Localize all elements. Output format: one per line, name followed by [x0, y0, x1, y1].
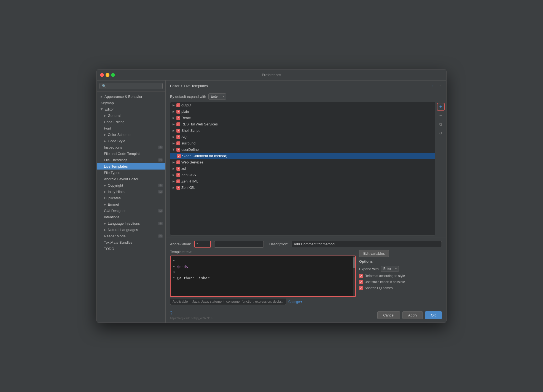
template-group-xsl[interactable]: ▶ ✓ xsl [170, 165, 435, 172]
template-group-label: RESTful Web Services [181, 122, 218, 126]
checkbox-icon[interactable]: ✓ [176, 135, 180, 139]
sidebar-item-code-editing[interactable]: Code Editing [97, 119, 165, 125]
sidebar-search-input[interactable] [100, 83, 163, 89]
title-bar: Preferences [97, 69, 446, 80]
sidebar-item-label: General [108, 114, 120, 118]
template-group-userdefine[interactable]: ▶ ✓ userDefine [170, 146, 435, 153]
sidebar-item-label: File and Code Templat [104, 152, 140, 156]
reformat-checkbox[interactable]: ✓ [359, 274, 363, 278]
template-group-react[interactable]: ▶ ✓ React [170, 115, 435, 121]
cancel-button[interactable]: Cancel [377, 311, 400, 319]
expand-with-select[interactable]: Enter Tab Space [208, 93, 226, 100]
abbreviation-label: Abbreviation: [170, 242, 191, 246]
shorten-fq-checkbox[interactable]: ✓ [359, 286, 363, 290]
template-item-label: * (add Comment for method) [182, 154, 227, 158]
sidebar-item-editor[interactable]: ▶ Editor [97, 106, 165, 112]
checkbox-icon[interactable]: ✓ [176, 173, 180, 177]
sidebar-item-color-scheme[interactable]: ▶ Color Scheme [97, 131, 165, 138]
sidebar-item-appearance[interactable]: ▶ Appearance & Behavior [97, 93, 165, 100]
sidebar-item-live-templates[interactable]: Live Templates [97, 163, 165, 170]
edit-variables-button[interactable]: Edit variables [359, 250, 389, 257]
copy-template-button[interactable]: ⧉ [437, 120, 445, 128]
template-group-zen-html[interactable]: ▶ ✓ Zen HTML [170, 178, 435, 184]
template-group-surround[interactable]: ▶ ✓ surround [170, 140, 435, 146]
sidebar-item-label: TODO [104, 247, 114, 251]
template-group-output[interactable]: ▶ ✓ output [170, 102, 435, 108]
expand-with-options-select[interactable]: Enter Tab Space [381, 266, 399, 272]
templates-list: ▶ ✓ output ▶ ✓ plain ▶ ✓ React [170, 102, 435, 235]
remove-template-button[interactable]: − [437, 112, 445, 119]
apply-button[interactable]: Apply [402, 311, 423, 319]
help-icon[interactable]: ? [170, 311, 212, 316]
template-group-sql[interactable]: ▶ ✓ SQL [170, 134, 435, 140]
sidebar-item-label: Emmet [108, 202, 119, 206]
sidebar-item-file-encodings[interactable]: File Encodings ⊡ [97, 157, 165, 163]
ok-button[interactable]: OK [425, 311, 442, 319]
sidebar-item-android-layout-editor[interactable]: Android Layout Editor [97, 176, 165, 182]
scrollbar[interactable] [353, 256, 355, 296]
chevron-icon: ▶ [104, 184, 106, 187]
breadcrumb-separator: › [181, 84, 182, 88]
minimize-button[interactable] [106, 73, 109, 77]
checkbox-icon[interactable]: ✓ [176, 148, 180, 152]
template-item-add-comment[interactable]: ✓ * (add Comment for method) [170, 153, 435, 159]
static-import-checkbox[interactable]: ✓ [359, 280, 363, 284]
sidebar-item-font[interactable]: Font [97, 125, 165, 131]
chevron-icon: ▶ [173, 173, 175, 176]
change-link[interactable]: Change ▾ [288, 300, 302, 304]
checkbox-icon[interactable]: ✓ [176, 186, 180, 190]
sidebar-item-keymap[interactable]: Keymap [97, 100, 165, 106]
scrollbar-thumb[interactable] [353, 257, 355, 268]
template-group-zen-xsl[interactable]: ▶ ✓ Zen XSL [170, 184, 435, 191]
sidebar-item-emmet[interactable]: ▶ Emmet [97, 201, 165, 208]
checkbox-icon[interactable]: ✓ [176, 179, 180, 183]
template-group-zen-css[interactable]: ▶ ✓ Zen CSS [170, 172, 435, 178]
sidebar-item-gui-designer[interactable]: GUI Designer ⊡ [97, 208, 165, 214]
restore-template-button[interactable]: ↺ [437, 129, 445, 137]
template-text-label: Template text: [170, 250, 356, 254]
sidebar-item-file-types[interactable]: File Types [97, 170, 165, 176]
template-group-web-services[interactable]: ▶ ✓ Web Services [170, 159, 435, 165]
sidebar-item-intentions[interactable]: Intentions [97, 214, 165, 220]
maximize-button[interactable] [111, 73, 115, 77]
checkbox-icon[interactable]: ✓ [176, 122, 180, 126]
breadcrumb-parent: Editor [170, 84, 179, 88]
checkbox-icon[interactable]: ✓ [176, 103, 180, 107]
sidebar-item-label: Code Style [108, 139, 125, 143]
checkbox-icon[interactable]: ✓ [176, 160, 180, 164]
forward-arrow-icon[interactable]: → [437, 83, 442, 88]
sidebar-item-todo[interactable]: TODO [97, 246, 165, 252]
chevron-icon: ▶ [101, 95, 103, 98]
description-input[interactable] [292, 241, 442, 247]
sidebar-item-inspections[interactable]: Inspections ⊡ [97, 144, 165, 151]
template-text-box[interactable]: * * $end$ * * @author: Fisher [170, 256, 356, 297]
checkbox-icon[interactable]: ✓ [177, 154, 181, 158]
checkbox-icon[interactable]: ✓ [176, 141, 180, 145]
checkbox-icon[interactable]: ✓ [176, 116, 180, 120]
sidebar-item-file-code-templates[interactable]: File and Code Templat [97, 151, 165, 157]
sidebar-item-label: Editor [104, 107, 114, 111]
checkbox-icon[interactable]: ✓ [176, 167, 180, 171]
template-group-label: Web Services [181, 160, 203, 164]
checkbox-icon[interactable]: ✓ [176, 110, 180, 114]
template-group-plain[interactable]: ▶ ✓ plain [170, 108, 435, 115]
template-group-label: output [181, 103, 191, 107]
sidebar-item-copyright[interactable]: ▶ Copyright ⊡ [97, 182, 165, 189]
template-group-restful[interactable]: ▶ ✓ RESTful Web Services [170, 121, 435, 127]
checkbox-icon[interactable]: ✓ [176, 129, 180, 133]
chevron-icon: ▶ [173, 180, 175, 183]
sidebar-item-textmate-bundles[interactable]: TextMate Bundles [97, 239, 165, 246]
sidebar-item-inlay-hints[interactable]: ▶ Inlay Hints ⊡ [97, 189, 165, 195]
close-button[interactable] [100, 73, 104, 77]
template-group-shell[interactable]: ▶ ✓ Shell Script [170, 127, 435, 134]
sidebar-item-general[interactable]: ▶ General [97, 112, 165, 119]
sidebar-item-natural-languages[interactable]: ▶ Natural Languages [97, 227, 165, 233]
sidebar-item-language-injections[interactable]: ▶ Language Injections ⊡ [97, 220, 165, 227]
sidebar-item-reader-mode[interactable]: Reader Mode ⊡ [97, 233, 165, 239]
sidebar-item-code-style[interactable]: ▶ Code Style [97, 138, 165, 144]
sidebar-item-duplicates[interactable]: Duplicates [97, 195, 165, 201]
abbreviation-input[interactable] [194, 241, 211, 248]
chevron-icon: ▶ [173, 123, 175, 126]
add-template-button[interactable]: + [437, 103, 445, 111]
back-arrow-icon[interactable]: ← [431, 83, 435, 88]
